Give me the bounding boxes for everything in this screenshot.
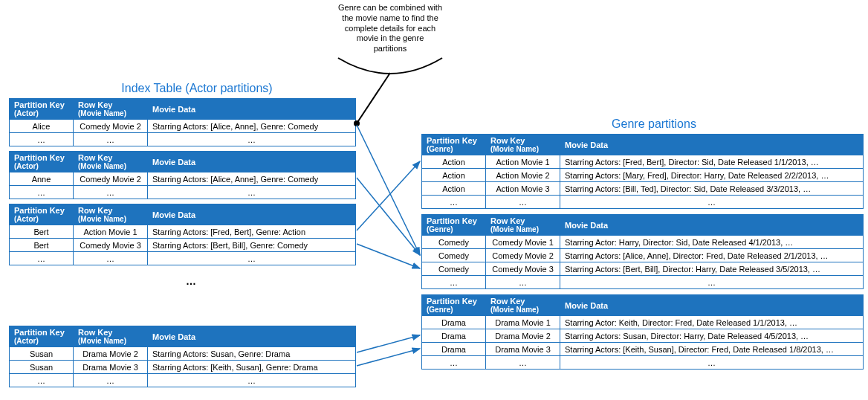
table-row: ComedyComedy Movie 2Starring Actors: [Al… [422, 249, 864, 262]
col-header-rk: Row Key(Movie Name) [74, 326, 148, 347]
col-header-pk: Partition Key(Actor) [10, 152, 74, 172]
index-table-bert: Partition Key(Actor) Row Key(Movie Name)… [9, 204, 356, 265]
right-title: Genre partitions [580, 117, 728, 131]
col-header-data: Movie Data [148, 99, 356, 120]
left-title: Index Table (Actor partitions) [74, 82, 320, 95]
col-header-rk: Row Key(Movie Name) [486, 135, 560, 155]
caption-line: the movie name to find the [342, 13, 438, 22]
col-header-pk: Partition Key(Genre) [422, 135, 486, 155]
table-row-ellipsis: ……… [10, 252, 356, 265]
table-row: Susan Drama Movie 2 Starring Actors: Sus… [10, 347, 356, 361]
svg-line-4 [357, 161, 420, 230]
table-row: ActionAction Movie 3Starring Actors: [Bi… [422, 182, 864, 196]
table-row: DramaDrama Movie 2Starring Actors: Susan… [422, 329, 864, 343]
col-header-data: Movie Data [148, 326, 356, 347]
caption-line: Genre can be combined with [338, 3, 442, 12]
table-row-ellipsis: ……… [422, 356, 864, 370]
gap-ellipsis: … [186, 275, 196, 287]
col-header-pk: Partition Key(Actor) [10, 204, 74, 225]
table-row: ActionAction Movie 1Starring Actors: [Fr… [422, 155, 864, 169]
svg-line-5 [357, 244, 420, 268]
col-header-data: Movie Data [560, 295, 864, 316]
index-table-susan: Partition Key(Actor) Row Key(Movie Name)… [9, 326, 356, 387]
svg-line-2 [357, 125, 420, 255]
caption-line: complete details for each [345, 24, 435, 33]
genre-table-action: Partition Key(Genre) Row Key(Movie Name)… [421, 134, 864, 209]
col-header-pk: Partition Key(Genre) [422, 215, 486, 236]
table-row-ellipsis: ……… [422, 196, 864, 209]
table-row-ellipsis: ……… [10, 186, 356, 199]
col-header-rk: Row Key(Movie Name) [74, 204, 148, 225]
table-row: Susan Drama Movie 3 Starring Actors: [Ke… [10, 361, 356, 374]
index-table-alice: Partition Key(Actor) Row Key(Movie Name)… [9, 98, 356, 146]
col-header-pk: Partition Key(Genre) [422, 295, 486, 316]
table-row-ellipsis: ……… [422, 276, 864, 289]
table-row: Alice Comedy Movie 2 Starring Actors: [A… [10, 120, 356, 133]
svg-line-3 [357, 178, 420, 255]
col-header-rk: Row Key(Movie Name) [486, 215, 560, 236]
col-header-data: Movie Data [560, 215, 864, 236]
table-row: Anne Comedy Movie 2 Starring Actors: [Al… [10, 172, 356, 186]
col-header-data: Movie Data [148, 204, 356, 225]
col-header-data: Movie Data [560, 135, 864, 155]
caption-block: Genre can be combined with the movie nam… [312, 3, 468, 54]
table-row: ComedyComedy Movie 1Starring Actor: Harr… [422, 236, 864, 249]
genre-table-drama: Partition Key(Genre) Row Key(Movie Name)… [421, 294, 864, 370]
col-header-pk: Partition Key(Actor) [10, 99, 74, 120]
svg-line-7 [357, 349, 420, 366]
table-row-ellipsis: ……… [10, 374, 356, 387]
table-row: Bert Action Movie 1 Starring Actors: [Fr… [10, 225, 356, 239]
table-row: DramaDrama Movie 1Starring Actor: Keith,… [422, 316, 864, 329]
index-table-anne: Partition Key(Actor) Row Key(Movie Name)… [9, 151, 356, 199]
svg-line-6 [357, 335, 420, 352]
table-row: ActionAction Movie 2Starring Actors: [Ma… [422, 169, 864, 182]
caption-line: movie in the genre [357, 33, 424, 42]
genre-table-comedy: Partition Key(Genre) Row Key(Movie Name)… [421, 214, 864, 289]
col-header-rk: Row Key(Movie Name) [486, 295, 560, 316]
col-header-rk: Row Key(Movie Name) [74, 152, 148, 172]
table-row-ellipsis: ……… [10, 133, 356, 146]
col-header-rk: Row Key(Movie Name) [74, 99, 148, 120]
caption-line: partitions [374, 44, 407, 53]
col-header-pk: Partition Key(Actor) [10, 326, 74, 347]
table-row: Bert Comedy Movie 3 Starring Actors: [Be… [10, 239, 356, 252]
table-row: DramaDrama Movie 3Starring Actors: [Keit… [422, 343, 864, 356]
col-header-data: Movie Data [148, 152, 356, 172]
table-row: ComedyComedy Movie 3Starring Actors: [Be… [422, 262, 864, 276]
svg-line-0 [357, 73, 390, 123]
